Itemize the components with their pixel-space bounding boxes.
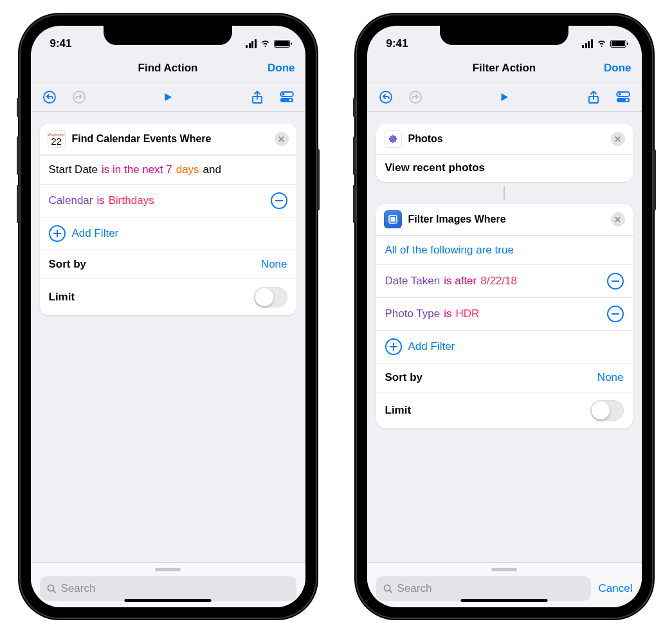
undo-button[interactable] xyxy=(376,87,395,107)
search-input[interactable]: Search xyxy=(376,576,591,601)
svg-point-12 xyxy=(618,93,621,95)
remove-filter-icon[interactable] xyxy=(607,273,624,289)
remove-filter-icon[interactable] xyxy=(271,192,287,209)
toolbar xyxy=(31,82,305,112)
svg-point-14 xyxy=(625,98,628,101)
power-button xyxy=(653,149,656,210)
svg-point-9 xyxy=(410,91,421,103)
filter-row-photo-type[interactable]: Photo Type is HDR xyxy=(376,297,633,330)
grabber-icon[interactable] xyxy=(155,568,181,571)
cancel-button[interactable]: Cancel xyxy=(599,582,633,595)
signal-icon xyxy=(246,39,257,48)
images-app-icon xyxy=(384,210,402,228)
filter-images-card: Filter Images Where ✕ All of the followi… xyxy=(376,204,633,428)
plus-icon xyxy=(49,225,66,242)
limit-switch[interactable] xyxy=(590,400,624,421)
redo-button xyxy=(406,87,425,107)
settings-toggle-button[interactable] xyxy=(277,87,296,107)
photos-card: Photos ✕ View recent photos xyxy=(376,124,633,182)
close-icon[interactable]: ✕ xyxy=(611,212,625,226)
filter-row-date-taken[interactable]: Date Taken is after 8/22/18 xyxy=(376,264,633,297)
volume-down xyxy=(353,185,356,223)
share-button[interactable] xyxy=(584,87,603,107)
calendar-app-icon: Wednesday 22 xyxy=(48,130,66,148)
filter-row-startdate[interactable]: Start Date is in the next 7 days and xyxy=(40,155,296,184)
search-icon xyxy=(46,583,57,594)
add-filter-button[interactable]: Add Filter xyxy=(376,330,633,363)
undo-button[interactable] xyxy=(40,87,59,107)
done-button[interactable]: Done xyxy=(268,62,295,75)
power-button xyxy=(317,149,320,210)
play-button[interactable] xyxy=(158,87,177,107)
close-icon[interactable]: ✕ xyxy=(275,132,289,146)
svg-point-1 xyxy=(73,91,85,103)
done-button[interactable]: Done xyxy=(604,62,631,75)
phone-right: 9:41 Filter Action Done xyxy=(356,14,653,619)
limit-row: Limit xyxy=(376,392,633,428)
plus-icon xyxy=(385,338,402,355)
svg-point-8 xyxy=(380,91,392,103)
notch xyxy=(104,26,232,45)
svg-rect-24 xyxy=(390,217,395,222)
notch xyxy=(440,26,568,45)
condition-row[interactable]: All of the following are true xyxy=(376,235,633,264)
add-filter-button[interactable]: Add Filter xyxy=(40,217,296,250)
view-recent-photos[interactable]: View recent photos xyxy=(376,154,633,182)
card-title: Photos xyxy=(408,133,604,145)
wifi-icon xyxy=(260,37,271,50)
mute-switch xyxy=(17,98,19,117)
nav-bar: Filter Action Done xyxy=(367,54,642,82)
signal-icon xyxy=(582,39,593,48)
remove-filter-icon[interactable] xyxy=(607,306,624,322)
limit-switch[interactable] xyxy=(254,287,287,307)
svg-point-0 xyxy=(44,91,55,103)
filter-row-calendar[interactable]: Calendar is Birthdays xyxy=(40,184,296,217)
volume-up xyxy=(353,136,356,175)
search-icon xyxy=(383,583,394,594)
status-time: 9:41 xyxy=(50,37,72,50)
settings-toggle-button[interactable] xyxy=(613,87,633,107)
svg-point-6 xyxy=(289,98,291,101)
photos-app-icon xyxy=(384,130,402,148)
search-input[interactable]: Search xyxy=(40,576,296,601)
share-button[interactable] xyxy=(248,87,267,107)
volume-up xyxy=(17,136,19,175)
connector xyxy=(376,186,633,200)
limit-row: Limit xyxy=(40,279,296,315)
toolbar xyxy=(367,82,642,112)
sort-by-row[interactable]: Sort by None xyxy=(40,250,296,279)
home-indicator[interactable] xyxy=(125,599,212,602)
battery-icon xyxy=(274,40,290,48)
page-title: Find Action xyxy=(138,62,198,75)
find-calendar-card: Wednesday 22 Find Calendar Events Where … xyxy=(40,124,296,315)
battery-icon xyxy=(610,40,626,48)
status-time: 9:41 xyxy=(386,37,408,50)
volume-down xyxy=(17,185,19,223)
page-title: Filter Action xyxy=(473,62,536,75)
card-title: Find Calendar Events Where xyxy=(72,133,268,145)
redo-button xyxy=(69,87,89,107)
sort-by-row[interactable]: Sort by None xyxy=(376,363,633,392)
grabber-icon[interactable] xyxy=(491,568,517,571)
close-icon[interactable]: ✕ xyxy=(611,132,625,146)
wifi-icon xyxy=(596,37,607,50)
play-button[interactable] xyxy=(495,87,514,107)
phone-left: 9:41 Find Action Done xyxy=(19,14,317,619)
nav-bar: Find Action Done xyxy=(31,54,305,82)
home-indicator[interactable] xyxy=(461,599,548,602)
mute-switch xyxy=(353,98,356,117)
card-title: Filter Images Where xyxy=(408,214,604,225)
svg-point-4 xyxy=(282,93,284,95)
